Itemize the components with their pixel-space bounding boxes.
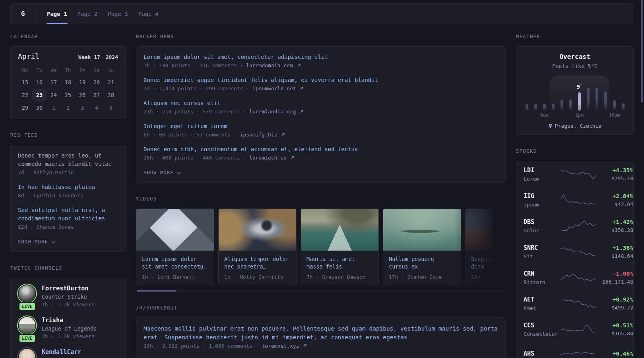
weather-bar: [543, 104, 546, 111]
calendar-day: 24: [47, 89, 61, 101]
stock-name: Sit: [524, 253, 560, 259]
channel-name[interactable]: KendallCarr: [42, 348, 81, 356]
hn-item-title[interactable]: Aliquam nec cursus elit: [144, 99, 498, 107]
calendar-day: 29: [18, 102, 32, 114]
channel-avatar: [19, 285, 35, 302]
weather-hour-tick: 10pm: [609, 112, 620, 118]
hn-item-domain-link[interactable]: loremtech.co: [249, 155, 295, 161]
video-card[interactable]: Suspendisse diam18h · Tara: [465, 208, 506, 285]
rss-item-title[interactable]: Donec tempor eros leo, ut commodo mauris…: [18, 152, 118, 168]
weather-feels-like: Feels like 5°C: [522, 63, 627, 69]
subreddit-section-title: /R/SUBREDDIT: [136, 305, 506, 311]
video-title[interactable]: Suspendisse diam: [471, 255, 506, 270]
hn-item-title[interactable]: Integer eget rutrum lorem: [144, 122, 498, 130]
weather-section-title: WEATHER: [516, 34, 634, 39]
hn-item-domain-link[interactable]: ipsumify.biz: [240, 132, 285, 138]
hn-item-title[interactable]: Donec enim nibh, condimentum et accumsan…: [144, 145, 498, 154]
hn-item-title[interactable]: Donec imperdiet augue tincidunt felis al…: [144, 76, 498, 84]
stock-row[interactable]: SNRCSit+1.36%$148.64: [524, 239, 626, 265]
stock-price: $148.64: [597, 253, 633, 259]
page-scrollbar[interactable]: [641, 0, 644, 358]
hn-item-domain-link[interactable]: ipsumworld.net: [252, 86, 304, 91]
video-card[interactable]: Mauris sit amet massa felis7h · Grayson …: [301, 208, 379, 285]
rss-item-meta: 7d · Ashlyn Martin: [18, 169, 118, 175]
calendar-day: 21: [104, 76, 118, 88]
stock-row[interactable]: DBSDolor+1.42%$156.28: [524, 213, 626, 239]
calendar-day: 1: [47, 102, 61, 114]
video-title[interactable]: Mauris sit amet massa felis: [306, 255, 373, 270]
left-column: CALENDAR April Week 17·2024 MoTuWeThFrSa…: [10, 34, 126, 358]
subreddit-post-domain-link[interactable]: loremnet.xyz: [262, 343, 307, 349]
stock-price: $165.84: [597, 331, 633, 337]
twitch-channel[interactable]: LIVEForrestBurtonCounter-Strike1h · 1.7k…: [18, 284, 118, 307]
stock-row[interactable]: LDILorem+4.35%$795.18: [524, 161, 626, 187]
subreddit-widget: /R/SUBREDDIT Maecenas mollis pulvinar er…: [136, 305, 506, 358]
stock-symbol: AHS: [524, 350, 560, 357]
stock-sparkline: [560, 348, 597, 358]
show-more-label: SHOW MORE: [144, 170, 174, 175]
twitch-channel[interactable]: LIVETrishaLeague of Legends3h · 1.2k vie…: [18, 316, 118, 339]
calendar-week-label: Week 17: [78, 54, 100, 60]
stock-price: $499.72: [597, 305, 633, 311]
stock-name: Lorem: [524, 176, 560, 182]
stock-symbol: CRN: [524, 270, 560, 277]
hn-item-meta: 1d · 1,414 points · 299 comments · ipsum…: [144, 86, 498, 91]
rss-item-title[interactable]: Sed volutpat nulla nisl, a condimentum n…: [18, 206, 118, 223]
nav-tab-page-4[interactable]: Page 4: [138, 4, 159, 24]
channel-name[interactable]: ForrestBurton: [42, 285, 95, 292]
weather-bar: [561, 99, 563, 111]
videos-section-title: VIDEOS: [136, 196, 506, 202]
dashboard-layout: CALENDAR April Week 17·2024 MoTuWeThFrSa…: [10, 34, 634, 358]
channel-name[interactable]: Trisha: [42, 317, 97, 324]
weather-location: Prague, Czechia: [555, 123, 601, 129]
calendar-weekday: Th: [61, 66, 75, 75]
stock-change: +0.92%: [597, 296, 633, 303]
twitch-widget: TWITCH CHANNELS LIVEForrestBurtonCounter…: [10, 265, 126, 358]
video-card[interactable]: Nullam posuere cursus ex17h · Stefan Col…: [383, 208, 461, 285]
stocks-widget: STOCKS LDILorem+4.35%$795.18IIGIpsum+2.8…: [516, 148, 634, 358]
video-thumbnail-figure-in-dark-field: [466, 209, 506, 251]
video-meta: 17h · Stefan Cole: [389, 274, 455, 280]
calendar-day: 18: [61, 76, 75, 88]
calendar-day: 30: [32, 102, 47, 114]
hn-show-more-button[interactable]: SHOW MORE: [144, 170, 181, 175]
stock-symbol: IIG: [524, 193, 560, 200]
video-title[interactable]: Lorem ipsum dolor sit amet consectetu…: [142, 255, 208, 270]
video-title[interactable]: Nullam posuere cursus ex: [389, 255, 455, 270]
channel-avatar: [19, 349, 35, 358]
subreddit-post-meta: 19h · 9,932 points · 1,090 comments · lo…: [144, 343, 498, 349]
rss-item-title[interactable]: In hac habitasse platea: [18, 183, 118, 191]
weather-bar: [613, 100, 616, 111]
rss-card: Donec tempor eros leo, ut commodo mauris…: [10, 145, 126, 252]
video-title[interactable]: Aliquam tempor dolor nec pharetra…: [224, 255, 291, 270]
nav-tab-page-3[interactable]: Page 3: [107, 4, 128, 24]
stock-row[interactable]: CRNBitcorn-1.00%$66,171.48: [524, 265, 626, 290]
stock-name: Amet: [524, 305, 560, 311]
stock-symbol: DBS: [524, 218, 560, 226]
stock-row[interactable]: AETAmet+0.92%$499.72: [524, 290, 626, 316]
nav-tab-page-2[interactable]: Page 2: [77, 4, 98, 24]
stock-change: +0.51%: [597, 322, 633, 329]
weather-bar: [569, 99, 572, 111]
nav-tab-page-1[interactable]: Page 1: [47, 4, 68, 24]
video-card[interactable]: Aliquam tempor dolor nec pharetra…1h · M…: [218, 208, 297, 285]
hn-item-title[interactable]: Lorem ipsum dolor sit amet, consectetur …: [144, 53, 498, 61]
stock-row[interactable]: IIGIpsum+2.84%$42.04: [524, 187, 626, 213]
subreddit-post-title[interactable]: Maecenas mollis pulvinar erat non posuer…: [144, 324, 498, 342]
weather-bar-current: [578, 92, 581, 111]
hn-item: Donec imperdiet augue tincidunt felis al…: [144, 76, 498, 91]
video-card[interactable]: Lorem ipsum dolor sit amet consectetu…1h…: [136, 208, 214, 285]
carousel-scrollbar-thumb[interactable]: [137, 290, 177, 292]
app-logo[interactable]: G: [11, 4, 35, 24]
twitch-channel[interactable]: KendallCarr: [18, 348, 118, 358]
page-scrollbar-thumb[interactable]: [641, 0, 643, 103]
calendar-month: April: [18, 52, 39, 60]
hn-item-domain-link[interactable]: loremlandia.org: [249, 109, 304, 115]
hn-item-domain-link[interactable]: loremdomain.com: [246, 62, 301, 68]
rss-show-more-button[interactable]: SHOW MORE: [18, 239, 56, 245]
video-thumbnail-canoe-foggy-lake: [383, 209, 461, 251]
stock-row[interactable]: CCSConsectetur+0.51%$165.84: [524, 316, 626, 342]
stock-row[interactable]: AHS+0.46%: [524, 342, 626, 358]
carousel-scrollbar-track[interactable]: [136, 290, 506, 292]
rss-item: Donec tempor eros leo, ut commodo mauris…: [18, 152, 118, 175]
